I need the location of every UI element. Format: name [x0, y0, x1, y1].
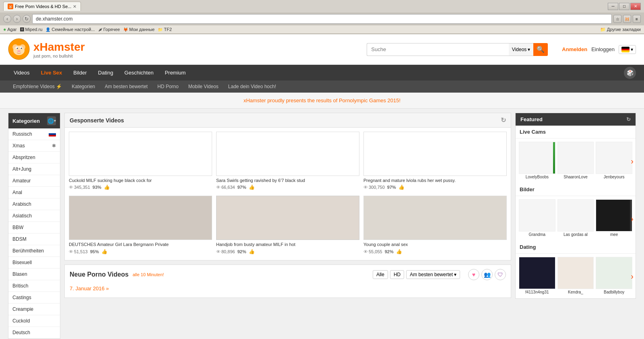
- sidebar-item-britisch[interactable]: Britisch: [8, 280, 60, 292]
- close-button[interactable]: ✕: [630, 3, 641, 10]
- cam-item-1[interactable]: LovelyBoobs: [519, 142, 555, 180]
- search-button[interactable]: 🔍: [533, 43, 548, 56]
- maximize-button[interactable]: □: [619, 3, 630, 10]
- heart-icon-btn[interactable]: ♥: [468, 269, 479, 280]
- bookmark-star[interactable]: ☆: [613, 15, 621, 23]
- sidebar-globe-btn[interactable]: 🌐 ▾: [47, 116, 56, 125]
- video-card-1[interactable]: Cuckold MILF sucking huge black cock for…: [69, 132, 212, 192]
- sidebar-item-amateur[interactable]: Amateur: [8, 175, 60, 187]
- search-input[interactable]: [367, 43, 509, 56]
- nav-dating[interactable]: Dating: [93, 65, 119, 81]
- nav-live-sex[interactable]: Live Sex: [35, 65, 68, 81]
- video-card-6[interactable]: Young couple anal sex 👁 55,055 92% 👍: [363, 196, 507, 256]
- video-card-2[interactable]: Sara Swirls getting ravished by 6'7 blac…: [216, 132, 359, 192]
- anmelden-button[interactable]: Anmelden: [562, 46, 587, 52]
- sidebar-item-anal[interactable]: Anal: [8, 187, 60, 198]
- shield-icon-btn[interactable]: 🛡: [495, 269, 506, 280]
- xhamster-icon[interactable]: 🐹: [623, 15, 631, 23]
- browser-tab[interactable]: 🐹 Free Porn Videos & HD Se... ✕: [3, 2, 81, 11]
- bookmark-goryachee[interactable]: 🌶 Горячее: [98, 27, 120, 32]
- filter-hd-button[interactable]: HD: [390, 270, 404, 279]
- bookmark-tf2[interactable]: 📁 TF2: [158, 27, 172, 32]
- subnav-am-besten[interactable]: Am besten bewertet: [100, 81, 153, 93]
- subnav-upload[interactable]: Lade dein Video hoch!: [223, 81, 281, 93]
- sidebar-item-bbw[interactable]: BBW: [8, 222, 60, 234]
- filter-alle-button[interactable]: Alle: [373, 270, 388, 279]
- sidebar-item-creampie[interactable]: Creampie: [8, 304, 60, 315]
- video-rating-4: 95%: [90, 249, 99, 254]
- bilder-next-arrow[interactable]: ›: [631, 214, 634, 223]
- sidebar-item-bdsm[interactable]: BDSM: [8, 234, 60, 245]
- refresh-button[interactable]: ↻: [23, 15, 31, 23]
- sidebar-item-bisexuell[interactable]: Bisexuell: [8, 257, 60, 269]
- bilder-item-3[interactable]: mee: [596, 199, 632, 238]
- neue-videos-section: Neue Porno Videos alle 10 Minuten! Alle …: [64, 265, 511, 298]
- sidebar-item-abspritzen[interactable]: Abspritzen: [8, 152, 60, 163]
- bookmark-moidannye-icon: 🦊: [123, 27, 128, 32]
- sidebar-item-xmas[interactable]: Xmas ❄: [8, 140, 60, 152]
- dating-grid: f4113n4ng31 Kendra_ Badbil: [519, 257, 632, 295]
- svg-point-7: [21, 48, 22, 49]
- nav-videos[interactable]: Videos: [8, 65, 35, 81]
- tab-close-button[interactable]: ✕: [73, 4, 76, 9]
- sidebar-item-altjung[interactable]: Alt+Jung: [8, 163, 60, 175]
- dating-item-1[interactable]: f4113n4ng31: [519, 257, 555, 295]
- address-bar[interactable]: de.xhamster.com: [32, 14, 612, 24]
- neue-link[interactable]: alle 10 Minuten!: [132, 272, 164, 277]
- video-card-4[interactable]: DEUTSCHES Amateur Girl Lara Bergmann Pri…: [69, 196, 212, 256]
- bookmark-agar[interactable]: ● Agar: [3, 27, 17, 32]
- dating-thumb-3: [596, 257, 632, 289]
- bookmark-miped[interactable]: 🅼 Miped.ru: [20, 27, 43, 32]
- dating-item-3[interactable]: Badbillyboy: [596, 257, 632, 295]
- forward-button[interactable]: ›: [13, 15, 21, 23]
- video-card-5[interactable]: Handjob from busty amateur MILF in hot 👁…: [216, 196, 359, 256]
- users-icon-btn[interactable]: 👥: [481, 269, 493, 280]
- bilder-item-2[interactable]: Las gordas al: [557, 199, 594, 238]
- cam-item-2[interactable]: ShaaronLove: [557, 142, 594, 180]
- eye-icon-4: 👁: [69, 249, 73, 254]
- video-rating-2: 97%: [237, 185, 246, 190]
- back-button[interactable]: ‹: [3, 15, 11, 23]
- subnav-kategorien[interactable]: Kategorien: [67, 81, 100, 93]
- language-selector[interactable]: ▾: [619, 45, 636, 54]
- dating-item-2[interactable]: Kendra_: [557, 257, 594, 295]
- bookmark-semeynye[interactable]: 👤 Семейные настрой...: [45, 27, 95, 32]
- video-meta-1: 👁 345,351 93% 👍: [69, 184, 212, 190]
- sidebar: Kategorien 🌐 ▾ Russisch Xmas ❄ Abspritze…: [8, 113, 60, 339]
- minimize-button[interactable]: ─: [608, 3, 618, 10]
- dating-next-arrow[interactable]: ›: [631, 271, 634, 281]
- subnav-empfohlene[interactable]: Empfohlene Videos ⚡: [8, 81, 67, 93]
- thumbup-icon-6: 👍: [396, 249, 402, 254]
- sidebar-item-arabisch[interactable]: Arabisch: [8, 198, 60, 210]
- sidebar-item-beruehmtheiten[interactable]: Berühmtheiten: [8, 245, 60, 257]
- nav-premium[interactable]: Premium: [159, 65, 191, 81]
- nav-bilder[interactable]: Bilder: [68, 65, 92, 81]
- live-cams-title: Live Cams: [516, 126, 636, 138]
- bilder-thumb-3: [596, 199, 632, 232]
- sidebar-item-russisch[interactable]: Russisch: [8, 128, 60, 140]
- sidebar-item-cuckold[interactable]: Cuckold: [8, 315, 60, 327]
- sort-dropdown[interactable]: Am besten bewertet ▾: [406, 270, 460, 279]
- einloggen-button[interactable]: Einloggen: [591, 46, 615, 52]
- other-bookmarks[interactable]: 📁 Другие закладки: [600, 27, 641, 32]
- video-card-3[interactable]: Pregnant and mature lviola rubs her wet …: [363, 132, 507, 192]
- sidebar-item-castings[interactable]: Castings: [8, 292, 60, 304]
- live-cams-next-arrow[interactable]: ›: [631, 156, 634, 165]
- sidebar-item-deutsch[interactable]: Deutsch: [8, 327, 60, 339]
- bilder-item-1[interactable]: Grandma: [519, 199, 555, 238]
- sidebar-item-asiatisch[interactable]: Asiatisch: [8, 210, 60, 222]
- subnav-hd-porno[interactable]: HD Porno: [153, 81, 184, 93]
- refresh-icon[interactable]: ↻: [501, 116, 506, 124]
- date-link[interactable]: 7. Januar 2016 »: [70, 285, 109, 291]
- extensions-btn[interactable]: ≡: [633, 15, 641, 23]
- subnav-mobile[interactable]: Mobile Videos: [184, 81, 223, 93]
- nav-random-icon[interactable]: 🎲: [624, 67, 636, 79]
- cam-thumb-3: [596, 142, 632, 174]
- bookmark-moidannye[interactable]: 🦊 Мои данные: [123, 27, 155, 32]
- search-type-dropdown[interactable]: Videos ▾: [509, 43, 533, 56]
- featured-refresh-icon[interactable]: ↻: [626, 116, 631, 122]
- cam-item-3[interactable]: Jenbeyours: [596, 142, 632, 180]
- sidebar-item-blasen[interactable]: Blasen: [8, 269, 60, 280]
- video-rating-1: 93%: [93, 185, 101, 190]
- nav-geschichten[interactable]: Geschichten: [119, 65, 159, 81]
